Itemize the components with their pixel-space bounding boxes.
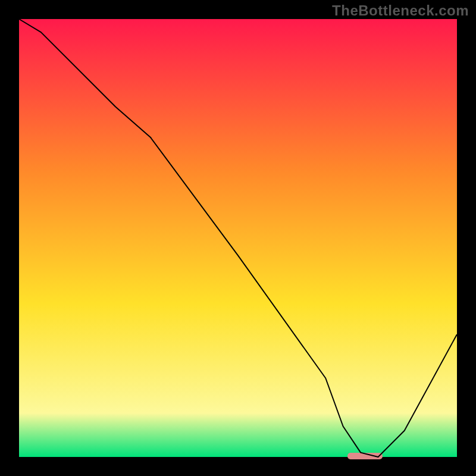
plot-background bbox=[19, 19, 457, 457]
bottleneck-chart bbox=[0, 0, 476, 476]
watermark-text: TheBottleneck.com bbox=[332, 2, 469, 19]
chart-container: TheBottleneck.com bbox=[0, 0, 476, 476]
